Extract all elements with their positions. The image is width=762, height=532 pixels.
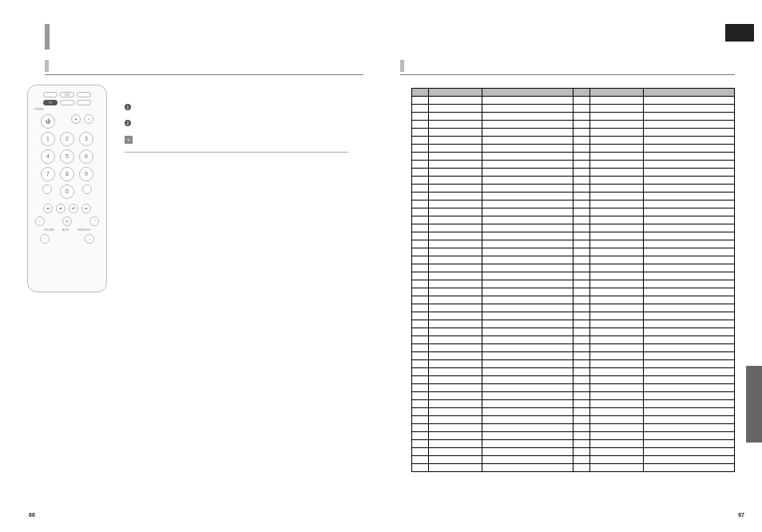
table-cell — [412, 105, 429, 113]
table-cell — [573, 456, 589, 464]
table-row — [412, 240, 735, 248]
table-row — [412, 232, 735, 240]
table-cell — [590, 296, 644, 304]
table-cell — [412, 440, 429, 448]
table-row — [412, 137, 735, 145]
table-cell — [590, 145, 644, 153]
table-cell — [644, 384, 735, 392]
mode-pill — [77, 100, 91, 105]
table-cell — [482, 416, 573, 424]
table-cell — [429, 344, 482, 352]
table-cell — [429, 456, 482, 464]
table-cell — [482, 121, 573, 129]
table-cell — [644, 264, 735, 272]
table-cell — [412, 344, 429, 352]
table-cell — [412, 264, 429, 272]
table-cell — [429, 129, 482, 137]
table-cell — [590, 105, 644, 113]
table-cell — [644, 169, 735, 177]
table-cell — [412, 384, 429, 392]
volume-label: VOLUME — [44, 228, 54, 232]
table-cell — [482, 200, 573, 208]
table-row — [412, 153, 735, 161]
table-cell — [429, 416, 482, 424]
table-cell — [573, 105, 589, 113]
table-cell — [644, 216, 735, 224]
section-marker-icon — [400, 60, 404, 72]
table-cell — [429, 448, 482, 456]
table-cell — [644, 121, 735, 129]
table-cell — [573, 161, 589, 169]
code-table-wrap — [411, 88, 735, 472]
table-cell — [590, 408, 644, 416]
mode-pill: DVD — [60, 92, 74, 97]
table-cell — [482, 328, 573, 336]
power-button-icon: ⏻ — [41, 114, 55, 129]
table-row — [412, 296, 735, 304]
table-cell — [590, 97, 644, 105]
table-cell — [429, 113, 482, 121]
table-row — [412, 169, 735, 177]
table-cell — [644, 145, 735, 153]
decorative-corner-tab — [725, 24, 754, 42]
remote-illustration: DVD TV POWER ⏻ ▲ ○ 123 456 — [27, 85, 107, 292]
th-no — [573, 89, 589, 97]
table-cell — [644, 376, 735, 384]
table-cell — [429, 248, 482, 256]
table-cell — [482, 240, 573, 248]
num-button: 7 — [41, 167, 55, 181]
table-cell — [412, 432, 429, 440]
table-cell — [482, 224, 573, 232]
table-cell — [412, 280, 429, 288]
table-cell — [573, 113, 589, 121]
table-cell — [644, 360, 735, 368]
table-cell — [590, 193, 644, 200]
table-cell — [429, 304, 482, 312]
table-cell — [573, 169, 589, 177]
table-cell — [429, 384, 482, 392]
table-cell — [412, 185, 429, 193]
num-button: 6 — [79, 149, 93, 164]
num-button: 1 — [41, 132, 55, 146]
table-cell — [429, 400, 482, 408]
table-cell — [590, 352, 644, 360]
mode-pill — [77, 92, 91, 97]
table-cell — [482, 448, 573, 456]
table-cell — [573, 312, 589, 320]
table-cell — [573, 392, 589, 400]
table-cell — [644, 113, 735, 121]
table-cell — [573, 264, 589, 272]
table-cell — [482, 97, 573, 105]
table-cell — [590, 376, 644, 384]
step-1: 1 — [125, 104, 365, 110]
table-cell — [573, 272, 589, 280]
section-marker-icon — [45, 60, 49, 72]
table-cell — [590, 248, 644, 256]
table-cell — [573, 97, 589, 105]
table-row — [412, 448, 735, 456]
table-cell — [482, 384, 573, 392]
table-cell — [590, 216, 644, 224]
table-cell — [573, 193, 589, 200]
table-cell — [644, 193, 735, 200]
right-page: 67 — [381, 0, 762, 532]
table-cell — [590, 424, 644, 432]
left-page: DVD TV POWER ⏻ ▲ ○ 123 456 — [0, 0, 381, 532]
table-cell — [412, 177, 429, 185]
table-header-row — [412, 89, 735, 97]
table-cell — [482, 248, 573, 256]
table-cell — [429, 232, 482, 240]
th-brand — [429, 89, 482, 97]
table-cell — [590, 368, 644, 376]
table-cell — [482, 169, 573, 177]
table-cell — [429, 224, 482, 232]
table-cell — [573, 360, 589, 368]
table-cell — [482, 392, 573, 400]
table-cell — [590, 240, 644, 248]
table-cell — [429, 312, 482, 320]
table-cell — [429, 137, 482, 145]
table-cell — [573, 256, 589, 264]
table-cell — [590, 161, 644, 169]
table-row — [412, 272, 735, 280]
note: ✎ — [125, 136, 365, 144]
